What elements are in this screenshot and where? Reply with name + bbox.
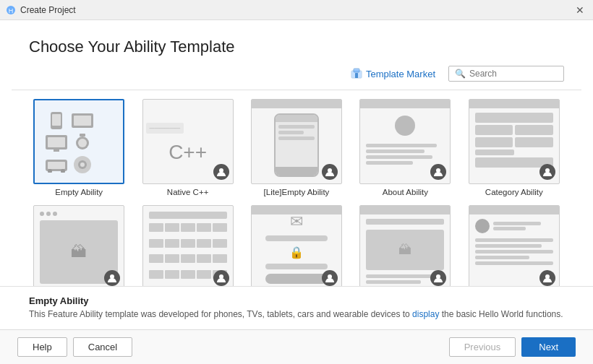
lite-line2 [278, 131, 304, 134]
footer-left: Help Cancel [17, 337, 132, 357]
img-ph-box: 🏔 [366, 230, 444, 270]
dot1 [40, 212, 44, 216]
monitor-device-icon [45, 134, 68, 152]
about-line4 [366, 161, 413, 165]
template-thumb-calendar[interactable] [142, 205, 234, 286]
category-avatar-badge [539, 164, 555, 180]
template-card-gallery[interactable]: 🏔 Gallery Ability [29, 205, 129, 286]
template-card-about[interactable]: About Ability [355, 99, 455, 196]
template-thumb-profile[interactable] [469, 205, 560, 286]
cal-top [149, 212, 227, 219]
cal-c12 [165, 254, 179, 263]
svg-rect-11 [54, 150, 59, 152]
calendar-avatar-badge [213, 270, 229, 286]
lite-avatar-badge [322, 164, 338, 180]
description-text: This Feature Ability template was develo… [29, 308, 564, 321]
lite-line3 [278, 136, 315, 140]
img-mountain-icon: 🏔 [398, 243, 411, 258]
help-button[interactable]: Help [17, 337, 67, 357]
login-avatar-badge [322, 270, 338, 286]
gallery-user-icon [107, 273, 117, 283]
title-bar-left: H Create Project [6, 5, 76, 15]
lock-icon: 🔒 [289, 246, 304, 259]
profile-avatar-badge [539, 270, 555, 286]
toolbar: Template Market 🔍 [0, 65, 593, 90]
cpp-top-bar: ────── [146, 123, 184, 134]
template-card-category[interactable]: Category Ability [464, 99, 564, 196]
category-user-icon [542, 167, 553, 177]
template-card-native-cpp[interactable]: ────── C++ Native C++ [137, 99, 237, 196]
profile-user-icon [542, 273, 553, 283]
cancel-button[interactable]: Cancel [73, 337, 132, 357]
previous-button[interactable]: Previous [449, 337, 516, 357]
cpp-user-icon [216, 167, 226, 177]
template-thumb-gallery[interactable]: 🏔 [33, 205, 124, 286]
description-text1: This Feature Ability template was develo… [29, 309, 412, 319]
profile-line1 [475, 238, 553, 242]
about-circle [395, 116, 415, 136]
settings-device-icon [73, 155, 92, 174]
template-thumb-login[interactable]: ✉ 🔒 [251, 205, 342, 286]
cal-c10 [213, 239, 227, 248]
template-thumb-empty-ability[interactable] [33, 99, 124, 184]
next-button[interactable]: Next [521, 337, 576, 357]
template-card-calendar[interactable]: Calendar Ability [137, 205, 237, 286]
about-top-strip [360, 100, 450, 108]
svg-rect-6 [52, 114, 61, 126]
cal-c4 [197, 223, 211, 232]
about-user-icon [433, 167, 443, 177]
cal-c19 [197, 270, 211, 279]
description-text2: the basic Hello World functions. [439, 309, 563, 319]
cal-c11 [149, 254, 163, 263]
template-card-lite-empty[interactable]: [Lite]Empty Ability [247, 99, 346, 196]
template-card-empty-ability[interactable]: Empty Ability [29, 99, 129, 196]
heading-area: Choose Your Ability Template [0, 20, 593, 65]
img-ph-bar [366, 219, 444, 225]
template-card-login[interactable]: ✉ 🔒 Login Ability [247, 205, 346, 286]
template-thumb-category[interactable] [469, 99, 560, 184]
empty-ability-icons [35, 100, 123, 183]
template-thumb-about[interactable] [359, 99, 451, 184]
cat-rows [475, 113, 553, 168]
templates-area[interactable]: Empty Ability ────── C++ Nat [12, 90, 581, 286]
template-thumb-image[interactable]: 🏔 [359, 205, 451, 286]
cal-c7 [165, 239, 179, 248]
template-card-profile[interactable]: Profile Ability [464, 205, 564, 286]
profile-line3 [475, 250, 553, 254]
close-button[interactable]: ✕ [573, 3, 587, 17]
cal-c18 [181, 270, 195, 279]
cal-c2 [165, 223, 179, 232]
template-thumb-lite-empty[interactable] [251, 99, 342, 184]
cal-c8 [181, 239, 195, 248]
cal-c16 [149, 270, 163, 279]
email-btn [265, 274, 328, 284]
search-input[interactable] [469, 69, 558, 79]
profile-line2 [475, 244, 542, 248]
gallery-dots [40, 212, 118, 216]
search-box[interactable]: 🔍 [448, 66, 564, 82]
cal-c17 [165, 270, 179, 279]
template-thumb-native-cpp[interactable]: ────── C++ [142, 99, 234, 184]
cal-c14 [197, 254, 211, 263]
lite-top-bar [252, 100, 341, 108]
template-market-button[interactable]: Template Market [346, 65, 440, 82]
lite-phone-bottom [276, 167, 317, 176]
cpp-avatar-badge [213, 164, 229, 180]
cal-c15 [213, 254, 227, 263]
img-bottom-line2 [366, 280, 421, 284]
category-top-strip [469, 100, 559, 108]
lite-phone-top [276, 115, 317, 122]
watch-device-icon [74, 134, 90, 152]
gallery-img-icon: 🏔 [71, 243, 87, 261]
template-card-image[interactable]: 🏔 Image Ability [355, 205, 455, 286]
title-bar-title: Create Project [20, 5, 76, 15]
login-user-icon [325, 273, 335, 283]
footer-right: Previous Next [449, 337, 576, 357]
car-device-icon [45, 157, 68, 173]
about-line3 [366, 155, 432, 159]
svg-text:H: H [9, 7, 14, 14]
cat-row3 [475, 137, 553, 147]
lite-user-icon [325, 167, 335, 177]
calendar-user-icon [216, 273, 226, 283]
template-label-category: Category Ability [485, 188, 543, 196]
